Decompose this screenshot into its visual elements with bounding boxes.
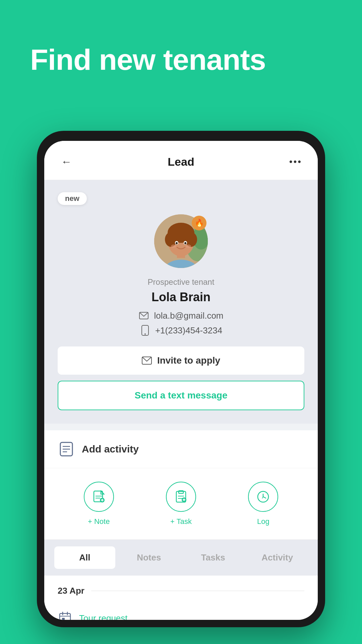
log-label: Log (257, 517, 269, 526)
email-icon (138, 310, 149, 321)
ellipsis-icon: ••• (289, 156, 302, 167)
new-badge: new (58, 192, 87, 205)
svg-point-16 (186, 245, 191, 248)
tab-activity[interactable]: Activity (247, 546, 308, 569)
invite-to-apply-button[interactable]: Invite to apply (58, 346, 304, 375)
phone-frame: ← Lead ••• new (37, 131, 325, 627)
hot-indicator-icon: 🔥 (192, 216, 206, 230)
log-button[interactable]: Log (248, 482, 278, 526)
profile-card: new (44, 180, 318, 424)
timeline-section: 23 Apr Tour request (44, 576, 318, 620)
date-separator (91, 591, 304, 591)
back-icon: ← (61, 156, 72, 168)
log-circle (248, 482, 278, 512)
task-label: + Task (170, 517, 192, 526)
svg-rect-10 (168, 233, 194, 239)
more-options-button[interactable]: ••• (287, 153, 304, 170)
send-text-message-button[interactable]: Send a text message (58, 381, 304, 410)
phone-row: +1(233)454-3234 (140, 325, 222, 336)
avatar-wrapper: 🔥 (154, 214, 208, 268)
task-circle (166, 482, 196, 512)
timeline-date-row: 23 Apr (58, 586, 304, 596)
tour-request-label: Tour request (79, 613, 128, 620)
svg-rect-46 (62, 618, 65, 620)
phone-screen: ← Lead ••• new (44, 141, 318, 620)
tab-all[interactable]: All (54, 546, 115, 569)
add-task-button[interactable]: + Task (166, 482, 196, 526)
phone-icon (140, 325, 150, 336)
add-activity-section[interactable]: Add activity (44, 430, 318, 468)
svg-point-19 (144, 333, 146, 335)
quick-actions: + Note + Task (44, 468, 318, 540)
activity-icon (58, 440, 75, 458)
add-note-button[interactable]: + Note (84, 482, 114, 526)
svg-rect-42 (60, 613, 70, 620)
tour-request-icon (58, 611, 72, 620)
note-circle (84, 482, 114, 512)
role-label: Prospective tenant (58, 277, 304, 287)
svg-point-13 (176, 242, 178, 245)
app-header: ← Lead ••• (44, 141, 318, 180)
invite-button-label: Invite to apply (157, 355, 220, 366)
back-button[interactable]: ← (58, 153, 75, 170)
svg-rect-32 (179, 491, 183, 493)
svg-point-15 (171, 245, 176, 248)
tab-tasks[interactable]: Tasks (183, 546, 244, 569)
email-value: lola.b@gmail.com (154, 311, 223, 321)
email-row: lola.b@gmail.com (138, 310, 223, 321)
phone-value: +1(233)454-3234 (155, 325, 222, 336)
note-label: + Note (88, 517, 110, 526)
add-activity-label: Add activity (82, 443, 139, 455)
avatar-container: 🔥 (58, 214, 304, 268)
text-message-label: Send a text message (134, 390, 227, 401)
page-title: Lead (168, 155, 194, 168)
tab-notes[interactable]: Notes (119, 546, 180, 569)
timeline-item-tour[interactable]: Tour request (58, 604, 304, 620)
tenant-name: Lola Brain (58, 290, 304, 304)
contact-info: lola.b@gmail.com +1(233)454-3234 (58, 310, 304, 336)
svg-line-41 (262, 497, 263, 498)
svg-point-14 (184, 242, 186, 245)
tabs-section: All Notes Tasks Activity (44, 540, 318, 576)
svg-line-40 (263, 497, 266, 498)
hero-title: Find new tenants (30, 44, 266, 76)
date-label: 23 Apr (58, 586, 84, 596)
